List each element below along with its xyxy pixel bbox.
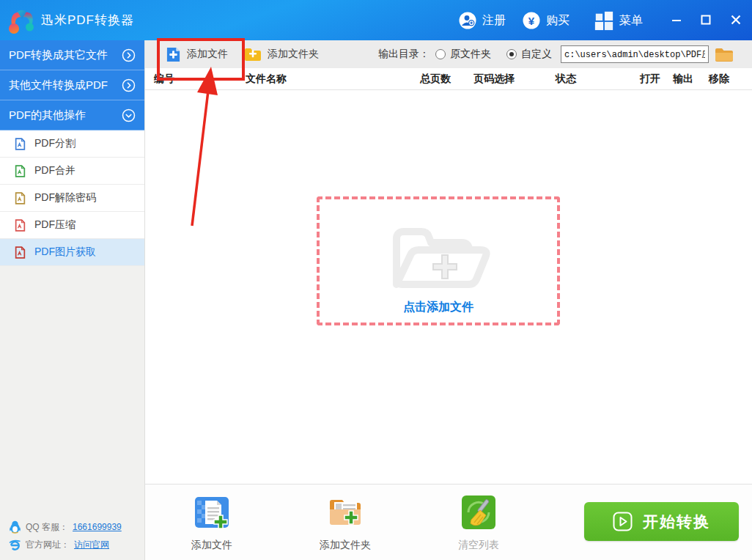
yen-coin-icon: ¥ bbox=[522, 11, 541, 30]
minimize-button[interactable] bbox=[666, 10, 688, 30]
sidebar: PDF转换成其它文件 其他文件转换成PDF PDF的其他操作 PDF分割 bbox=[0, 40, 145, 560]
browse-folder-button[interactable] bbox=[714, 45, 734, 63]
add-folder-big-button[interactable]: 添加文件夹 bbox=[310, 495, 380, 552]
column-header-pagerange: 页码选择 bbox=[473, 73, 515, 86]
column-header-open: 打开 bbox=[640, 73, 660, 86]
sidebar-item-label: PDF合并 bbox=[34, 164, 75, 177]
add-file-label: 添加文件 bbox=[187, 48, 228, 61]
sidebar-item-pdf-remove-password[interactable]: PDF解除密码 bbox=[0, 185, 144, 212]
pdf-file-icon bbox=[15, 138, 26, 150]
click-to-add-files-dropzone[interactable]: 点击添加文件 bbox=[317, 196, 560, 325]
column-header-filename: 文件名称 bbox=[246, 73, 287, 86]
maximize-button[interactable] bbox=[695, 10, 717, 30]
output-path-input[interactable] bbox=[561, 45, 709, 63]
minimize-icon bbox=[671, 14, 682, 26]
radio-original-folder[interactable]: 原文件夹 bbox=[435, 40, 491, 68]
clear-list-big-icon bbox=[461, 495, 496, 530]
sidebar-section-pdf-other-ops[interactable]: PDF的其他操作 bbox=[0, 100, 144, 130]
app-title: 迅米PDF转换器 bbox=[41, 12, 134, 29]
add-folder-icon bbox=[244, 47, 262, 62]
column-header-output: 输出 bbox=[673, 73, 693, 86]
sidebar-section-other-to-pdf[interactable]: 其他文件转换成PDF bbox=[0, 70, 144, 100]
sidebar-item-pdf-merge[interactable]: PDF合并 bbox=[0, 158, 144, 185]
column-header-status: 状态 bbox=[556, 73, 576, 86]
pdf-file-icon bbox=[15, 246, 26, 259]
add-file-big-button[interactable]: 添加文件 bbox=[177, 495, 247, 552]
clear-list-big-button[interactable]: 清空列表 bbox=[443, 495, 514, 552]
app-logo-icon bbox=[6, 4, 38, 37]
add-file-button[interactable]: 添加文件 bbox=[166, 40, 228, 68]
add-folder-big-icon bbox=[328, 495, 363, 530]
radio-original-label: 原文件夹 bbox=[450, 48, 491, 61]
register-user-icon bbox=[458, 11, 477, 30]
close-icon bbox=[730, 14, 742, 26]
column-header-number: 编号 bbox=[154, 73, 174, 86]
menu-label: 菜单 bbox=[619, 13, 643, 29]
column-header-remove: 移除 bbox=[709, 73, 729, 86]
official-site-label: 官方网址： bbox=[26, 539, 70, 551]
chevron-right-circle-icon bbox=[122, 78, 136, 92]
pdf-file-icon bbox=[15, 165, 26, 177]
svg-text:¥: ¥ bbox=[528, 15, 535, 27]
menu-button[interactable]: 菜单 bbox=[594, 10, 643, 31]
dropzone-label: 点击添加文件 bbox=[320, 300, 557, 315]
radio-circle-unchecked[interactable] bbox=[435, 49, 446, 59]
file-table-header: 编号 文件名称 总页数 页码选择 状态 打开 输出 移除 bbox=[145, 68, 752, 90]
buy-button[interactable]: ¥ 购买 bbox=[522, 10, 569, 31]
sidebar-section-pdf-to-other[interactable]: PDF转换成其它文件 bbox=[0, 40, 144, 70]
sidebar-item-label: PDF解除密码 bbox=[34, 191, 96, 205]
sidebar-item-pdf-compress[interactable]: PDF压缩 bbox=[0, 212, 144, 239]
qq-number-link[interactable]: 1661699939 bbox=[73, 522, 122, 532]
chevron-down-circle-icon bbox=[122, 108, 136, 122]
sidebar-item-pdf-extract-images[interactable]: PDF图片获取 bbox=[0, 239, 144, 266]
add-file-icon bbox=[166, 46, 181, 63]
buy-label: 购买 bbox=[546, 13, 569, 29]
sidebar-item-label: PDF分割 bbox=[34, 137, 75, 150]
chevron-right-circle-icon bbox=[122, 48, 136, 62]
sidebar-item-label: PDF压缩 bbox=[34, 218, 75, 232]
add-folder-big-label: 添加文件夹 bbox=[310, 539, 380, 552]
maximize-icon bbox=[700, 14, 712, 26]
pdf-file-icon bbox=[15, 219, 26, 232]
main-area: 添加文件 添加文件夹 输出目录： 原文件夹 自定义 bbox=[145, 40, 752, 560]
start-convert-label: 开始转换 bbox=[643, 512, 710, 532]
clear-list-big-label: 清空列表 bbox=[443, 539, 514, 552]
sidebar-item-pdf-split[interactable]: PDF分割 bbox=[0, 130, 144, 158]
add-file-big-icon bbox=[194, 495, 229, 530]
titlebar: 迅米PDF转换器 注册 ¥ 购买 菜单 bbox=[0, 0, 752, 40]
pdf-file-icon bbox=[15, 192, 26, 205]
close-button[interactable] bbox=[725, 10, 747, 30]
footer-bar: 添加文件 添加文件夹 bbox=[145, 484, 752, 560]
browser-e-icon bbox=[9, 539, 21, 551]
official-site-row: 官方网址： 访问官网 bbox=[9, 538, 109, 551]
register-label: 注册 bbox=[482, 13, 506, 29]
folder-icon bbox=[715, 47, 734, 62]
add-folder-label: 添加文件夹 bbox=[268, 48, 319, 61]
qq-support-label: QQ 客服： bbox=[26, 521, 68, 534]
column-header-pages: 总页数 bbox=[420, 73, 451, 86]
output-dir-label: 输出目录： bbox=[378, 40, 430, 68]
open-folder-plus-icon bbox=[380, 210, 496, 296]
radio-custom-label: 自定义 bbox=[521, 48, 552, 61]
grid-menu-icon bbox=[594, 10, 614, 31]
play-icon bbox=[613, 512, 633, 531]
sidebar-item-label: PDF图片获取 bbox=[34, 246, 96, 259]
radio-custom-folder[interactable]: 自定义 bbox=[506, 40, 552, 68]
visit-site-link[interactable]: 访问官网 bbox=[74, 539, 109, 551]
qq-icon bbox=[9, 520, 21, 534]
register-button[interactable]: 注册 bbox=[458, 10, 506, 31]
toolbar: 添加文件 添加文件夹 输出目录： 原文件夹 自定义 bbox=[145, 40, 752, 68]
add-folder-button[interactable]: 添加文件夹 bbox=[244, 40, 319, 68]
radio-circle-checked[interactable] bbox=[506, 49, 517, 59]
add-file-big-label: 添加文件 bbox=[177, 539, 247, 552]
qq-support-row: QQ 客服： 1661699939 bbox=[9, 520, 122, 534]
start-convert-button[interactable]: 开始转换 bbox=[584, 502, 739, 541]
